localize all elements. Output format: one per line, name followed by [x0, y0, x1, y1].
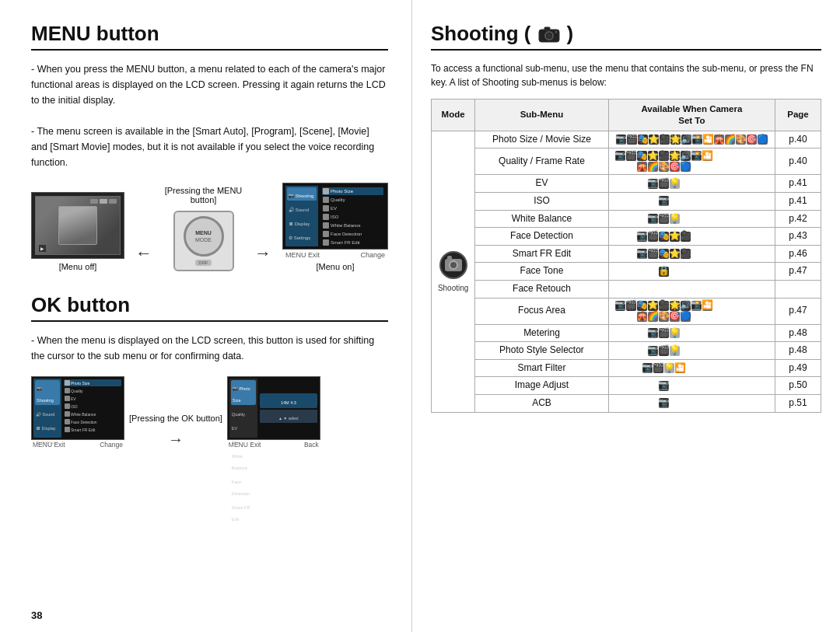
available-icons: 📷 [608, 377, 775, 395]
submenu-label: Metering [475, 324, 608, 342]
available-icons: 📷🎬💡 [608, 342, 775, 360]
page-ref: p.41 [775, 175, 821, 193]
svg-rect-3 [544, 27, 550, 30]
table-row: ACB 📷 p.51 [432, 395, 821, 413]
menu-on-image: 📷 Shooting 🔊 Sound 🖥 Display ⚙ Settings … [282, 183, 388, 271]
mode-cell: Shooting [432, 131, 475, 412]
ok-after-image: 📷 Photo Size Quality EV ISO White Balanc… [227, 376, 320, 449]
page-ref: p.43 [775, 228, 821, 246]
page-ref: p.51 [775, 395, 821, 413]
svg-point-4 [555, 30, 557, 33]
submenu-label: White Balance [475, 210, 608, 228]
table-row: Quality / Frame Rate 📷🎬🎭⭐🎥🌟🔊 📸🎦🎪🌈🎨🎯🔵 p.4… [432, 148, 821, 175]
shooting-mode-icon [439, 251, 467, 279]
page-ref: p.47 [775, 298, 821, 324]
submenu-label: Face Detection [475, 228, 608, 246]
table-row: Face Retouch [432, 281, 821, 299]
submenu-photo-style: Photo Style Selector [475, 342, 608, 360]
menu-button-title: MENU button [31, 22, 388, 51]
available-icons: 📷🎬💡 [608, 324, 775, 342]
menu-button-image: [Pressing the MENU button] MENU MODE DRF [163, 186, 243, 271]
camera-icon [537, 25, 561, 44]
available-icons: 📷 [608, 193, 775, 211]
col-submenu: Sub-Menu [475, 100, 608, 131]
page-ref: p.40 [775, 148, 821, 175]
submenu-label: Face Retouch [475, 281, 608, 299]
menu-body-1: - When you press the MENU button, a menu… [31, 61, 388, 170]
table-row: Shooting Photo Size / Movie Size 📷🎬🎭⭐🎥🌟🔊… [432, 131, 821, 148]
left-panel: MENU button - When you press the MENU bu… [0, 0, 412, 632]
table-row: ISO 📷 p.41 [432, 193, 821, 211]
submenu-label: Smart FR Edit [475, 245, 608, 263]
ok-demo-images: 📷 Shooting 🔊 Sound 🖥 Display ⚙ Settings … [31, 376, 388, 449]
table-row: Face Tone 🔒 p.47 [432, 263, 821, 281]
arrow-1: ← [131, 243, 157, 264]
menu-demo-images: ▶ [Menu off] ← [Pressing the MENU button… [31, 183, 388, 271]
submenu-label: Smart Filter [475, 359, 608, 377]
available-icons: 📷🎬💡 [608, 175, 775, 193]
available-icons: 📷🎬🎭⭐🎥🌟🔊 📸🎦🎪🌈🎨🎯🔵 [608, 298, 775, 324]
submenu-label: Face Tone [475, 263, 608, 281]
available-icons: 📷🎬💡 [608, 210, 775, 228]
page-ref: p.46 [775, 245, 821, 263]
page-ref: p.42 [775, 210, 821, 228]
page-ref: p.50 [775, 377, 821, 395]
available-icons: 📷🎬💡🎦 [608, 359, 775, 377]
available-icons: 📷🎬🎭⭐🎥🌟🔊 📸🎦🎪🌈🎨🎯🔵 [608, 131, 775, 148]
page-ref [775, 281, 821, 299]
col-mode: Mode [432, 100, 475, 131]
page-ref: p.48 [775, 324, 821, 342]
menu-off-image: ▶ [Menu off] [31, 192, 124, 271]
col-available: Available When CameraSet To [608, 100, 775, 131]
submenu-label: Photo Size / Movie Size [475, 131, 608, 148]
page-ref: p.47 [775, 263, 821, 281]
arrow-2: → [250, 243, 276, 264]
table-row: Focus Area 📷🎬🎭⭐🎥🌟🔊 📸🎦🎪🌈🎨🎯🔵 p.47 [432, 298, 821, 324]
submenu-label: ACB [475, 395, 608, 413]
page-number: 38 [31, 609, 42, 621]
table-row: EV 📷🎬💡 p.41 [432, 175, 821, 193]
submenu-label: EV [475, 175, 608, 193]
page-ref: p.40 [775, 131, 821, 148]
table-row: Face Detection 📷🎬🎭⭐🎥 p.43 [432, 228, 821, 246]
ok-body: - When the menu is displayed on the LCD … [31, 333, 388, 364]
table-row: Smart FR Edit 📷🎬🎭⭐🎥 p.46 [432, 245, 821, 263]
submenu-label: ISO [475, 193, 608, 211]
col-page: Page [775, 100, 821, 131]
table-row: White Balance 📷🎬💡 p.42 [432, 210, 821, 228]
available-icons: 📷 [608, 395, 775, 413]
shooting-table: Mode Sub-Menu Available When CameraSet T… [431, 99, 821, 413]
right-panel: Shooting ( ) To access a functional sub-… [412, 0, 840, 632]
svg-point-2 [547, 33, 551, 38]
submenu-label: Image Adjust [475, 377, 608, 395]
available-icons: 🔒 [608, 263, 775, 281]
available-icons: 📷🎬🎭⭐🎥 [608, 228, 775, 246]
table-row: Image Adjust 📷 p.50 [432, 377, 821, 395]
shooting-title: Shooting ( ) [431, 22, 821, 51]
table-row: Metering 📷🎬💡 p.48 [432, 324, 821, 342]
ok-before-image: 📷 Shooting 🔊 Sound 🖥 Display ⚙ Settings … [31, 376, 124, 449]
table-row: Smart Filter 📷🎬💡🎦 p.49 [432, 359, 821, 377]
page-ref: p.48 [775, 342, 821, 360]
available-icons: 📷🎬🎭⭐🎥 [608, 245, 775, 263]
submenu-label: Focus Area [475, 298, 608, 324]
ok-section: OK button - When the menu is displayed o… [31, 282, 388, 449]
page-ref: p.49 [775, 359, 821, 377]
ok-button-title: OK button [31, 293, 388, 322]
table-row: Photo Style Selector 📷🎬💡 p.48 [432, 342, 821, 360]
page-ref: p.41 [775, 193, 821, 211]
shooting-body: To access a functional sub-menu, use the… [431, 61, 821, 89]
ok-pressing-label: [Pressing the OK button] → [129, 414, 222, 449]
submenu-label: Quality / Frame Rate [475, 148, 608, 175]
available-icons [608, 281, 775, 299]
available-icons: 📷🎬🎭⭐🎥🌟🔊 📸🎦🎪🌈🎨🎯🔵 [608, 148, 775, 175]
